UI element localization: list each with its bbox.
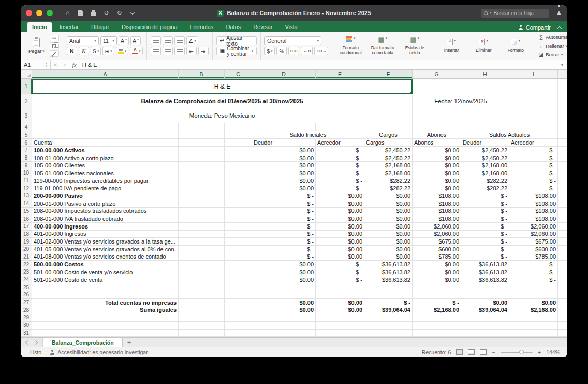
- name-box-stepper-icon[interactable]: ▴▾: [46, 62, 47, 68]
- cell[interactable]: [225, 184, 252, 192]
- row-header-12[interactable]: 12: [21, 184, 32, 192]
- cell[interactable]: [179, 314, 225, 322]
- cell[interactable]: $ -: [252, 192, 316, 200]
- cell[interactable]: [32, 283, 179, 291]
- cell[interactable]: Acreedor: [316, 139, 364, 147]
- insert-function-icon[interactable]: fx: [70, 62, 79, 68]
- cell[interactable]: $ -: [509, 276, 558, 284]
- cell[interactable]: [509, 291, 558, 299]
- cell[interactable]: $36,613.82: [461, 261, 509, 268]
- cell[interactable]: [461, 79, 509, 94]
- increase-indent-button[interactable]: ⇥: [198, 47, 209, 55]
- cell[interactable]: [179, 268, 225, 276]
- collapse-ribbon-icon[interactable]: [557, 26, 562, 30]
- cell[interactable]: [509, 94, 558, 108]
- cell[interactable]: [316, 330, 364, 337]
- row-header-20[interactable]: 20: [21, 246, 32, 253]
- name-box[interactable]: A1 ▴▾: [21, 60, 51, 69]
- cut-button[interactable]: ✂: [50, 35, 59, 41]
- cell[interactable]: [364, 291, 413, 299]
- cell[interactable]: [316, 283, 364, 291]
- cell[interactable]: [225, 192, 252, 200]
- cell[interactable]: $ -: [509, 169, 558, 177]
- cell[interactable]: $ -: [461, 238, 509, 246]
- row-header-18[interactable]: 18: [21, 231, 32, 238]
- cell[interactable]: 200-01-000 Pasivo a corto plazo: [32, 200, 179, 208]
- cell[interactable]: $ -: [316, 261, 364, 268]
- cell[interactable]: [413, 79, 461, 94]
- cell[interactable]: $2,168.00: [509, 306, 558, 314]
- zoom-slider[interactable]: [501, 352, 533, 353]
- cell[interactable]: Abonos: [413, 139, 461, 147]
- row-header-4[interactable]: 4: [21, 123, 32, 131]
- cell[interactable]: [364, 330, 413, 337]
- cell[interactable]: 208-01-000 IVA trasladado cobrado: [32, 215, 179, 223]
- paste-button[interactable]: Pegar▾: [26, 36, 47, 55]
- cell[interactable]: $39,064.04: [461, 306, 509, 314]
- cell[interactable]: $0.00: [413, 154, 461, 162]
- cell[interactable]: $36,613.82: [364, 268, 413, 276]
- cell[interactable]: $0.00: [252, 154, 316, 162]
- cell[interactable]: [413, 330, 461, 337]
- cell[interactable]: $ -: [252, 238, 316, 246]
- cell[interactable]: $ -: [461, 215, 509, 223]
- cell[interactable]: [461, 322, 509, 330]
- delete-cells-button[interactable]: ▾ Eliminar: [469, 39, 498, 53]
- cell[interactable]: [252, 291, 316, 299]
- cell[interactable]: [32, 322, 179, 330]
- cell[interactable]: $ -: [252, 231, 316, 238]
- cell[interactable]: [461, 283, 509, 291]
- row-header-11[interactable]: 11: [21, 177, 32, 185]
- cell[interactable]: $0.00: [364, 246, 413, 253]
- cell[interactable]: 401-05-000 Ventas y/o servicios gravados…: [32, 246, 179, 253]
- wrap-text-button[interactable]: ↩ Ajustar texto: [216, 36, 257, 45]
- cell-styles-button[interactable]: ▤▾ Estilos de celda: [400, 36, 429, 56]
- cell[interactable]: $ -: [509, 154, 558, 162]
- conditional-formatting-button[interactable]: ▾ Formato condicional: [336, 36, 365, 56]
- cell[interactable]: Saldos Actuales: [461, 131, 558, 139]
- cell[interactable]: $2,168.00: [461, 162, 509, 169]
- cell[interactable]: [179, 162, 225, 169]
- cell[interactable]: H & E: [32, 79, 413, 94]
- column-header-D[interactable]: D: [252, 70, 316, 79]
- cell[interactable]: [461, 314, 509, 322]
- cell[interactable]: [179, 261, 225, 268]
- share-button[interactable]: Compartir: [518, 24, 551, 31]
- cell[interactable]: Total cuentas no impresas: [32, 299, 179, 307]
- column-header-I[interactable]: I: [509, 70, 558, 79]
- cell[interactable]: [509, 108, 558, 123]
- cell[interactable]: $ -: [252, 246, 316, 253]
- cell[interactable]: [225, 238, 252, 246]
- whats-new-icon[interactable]: [555, 11, 562, 15]
- cell[interactable]: [364, 283, 413, 291]
- cell[interactable]: [32, 330, 179, 337]
- cell[interactable]: [179, 169, 225, 177]
- cell[interactable]: $600.00: [509, 246, 558, 253]
- cell[interactable]: [225, 261, 252, 268]
- cell[interactable]: 119-00-000 Impuestos acreditables por pa…: [32, 177, 179, 185]
- cell[interactable]: [225, 154, 252, 162]
- cell[interactable]: $0.00: [364, 200, 413, 208]
- ribbon-tab-revisar[interactable]: Revisar: [248, 22, 277, 32]
- cell[interactable]: $108.00: [509, 192, 558, 200]
- normal-view-icon[interactable]: [456, 349, 463, 355]
- cell[interactable]: $ -: [364, 299, 413, 307]
- cell[interactable]: $2,450.22: [461, 154, 509, 162]
- cell[interactable]: [225, 276, 252, 284]
- cell[interactable]: $0.00: [252, 184, 316, 192]
- cell[interactable]: Saldo Iniciales: [252, 131, 364, 139]
- cell[interactable]: [413, 123, 461, 131]
- cell[interactable]: [179, 231, 225, 238]
- cell[interactable]: $36,613.82: [461, 276, 509, 284]
- cell[interactable]: $ -: [461, 246, 509, 253]
- cell[interactable]: [509, 330, 558, 337]
- cell[interactable]: $0.00: [316, 200, 364, 208]
- cell[interactable]: [179, 330, 225, 337]
- column-header-C[interactable]: C: [225, 70, 252, 79]
- cell[interactable]: $ -: [252, 223, 316, 231]
- add-sheet-button[interactable]: +: [123, 338, 136, 347]
- cell[interactable]: [225, 200, 252, 208]
- cell[interactable]: $0.00: [252, 147, 316, 154]
- cell[interactable]: [179, 192, 225, 200]
- cell[interactable]: $2,168.00: [364, 169, 413, 177]
